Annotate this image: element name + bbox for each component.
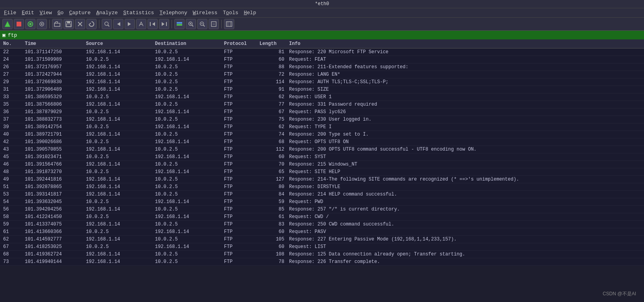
cell-source: 192.168.1.14 xyxy=(84,161,153,168)
table-row[interactable]: 39 101.389142754 10.0.2.5 192.168.1.14 F… xyxy=(0,123,644,131)
table-row[interactable]: 49 101.392441816 192.168.1.14 10.0.2.5 F… xyxy=(0,176,644,183)
cell-protocol: FTP xyxy=(222,86,258,93)
prev-packet-button[interactable] xyxy=(147,19,158,29)
table-row[interactable]: 51 101.392878865 192.168.1.14 10.0.2.5 F… xyxy=(0,183,644,191)
capture-options-button[interactable] xyxy=(37,19,47,29)
find-button[interactable] xyxy=(102,19,112,29)
table-row[interactable]: 35 101.387566806 192.168.1.14 10.0.2.5 F… xyxy=(0,101,644,108)
cell-no: 33 xyxy=(2,94,23,100)
zoom-in-button[interactable] xyxy=(186,19,196,29)
table-row[interactable]: 53 101.393141817 192.168.1.14 10.0.2.5 F… xyxy=(0,191,644,198)
menu-view[interactable]: View xyxy=(37,9,54,17)
table-row[interactable]: 48 101.391873270 10.0.2.5 192.168.1.14 F… xyxy=(0,168,644,176)
table-row[interactable]: 40 101.389721791 192.168.1.14 10.0.2.5 F… xyxy=(0,131,644,138)
cell-source: 192.168.1.14 xyxy=(84,206,153,213)
menu-go[interactable]: Go xyxy=(55,9,66,17)
save-button[interactable] xyxy=(63,19,74,29)
cell-info: Response: AUTH TLS;TLS-C;SSL;TLS-P; xyxy=(287,79,642,85)
table-row[interactable]: 45 101.391023471 10.0.2.5 192.168.1.14 F… xyxy=(0,153,644,161)
table-row[interactable]: 46 101.391564766 192.168.1.14 10.0.2.5 F… xyxy=(0,161,644,168)
cell-length: 108 xyxy=(258,251,287,257)
cell-destination: 10.0.2.5 xyxy=(153,101,222,108)
close-button[interactable] xyxy=(75,19,85,29)
table-row[interactable]: 37 101.388832773 192.168.1.14 10.0.2.5 F… xyxy=(0,116,644,123)
table-row[interactable]: 29 101.372669830 192.168.1.14 10.0.2.5 F… xyxy=(0,78,644,86)
table-row[interactable]: 26 101.372176957 192.168.1.14 10.0.2.5 F… xyxy=(0,63,644,71)
cell-no: 51 xyxy=(2,184,23,190)
cell-destination: 10.0.2.5 xyxy=(153,259,222,265)
cell-length: 75 xyxy=(258,116,287,123)
cell-length: 83 xyxy=(258,221,287,227)
go-forward-button[interactable] xyxy=(125,19,135,29)
col-header-destination: Destination xyxy=(153,40,222,47)
cell-destination: 192.168.1.14 xyxy=(153,199,222,205)
open-button[interactable] xyxy=(52,19,62,29)
cell-protocol: FTP xyxy=(222,146,258,153)
table-row[interactable]: 62 101.414592777 192.168.1.14 10.0.2.5 F… xyxy=(0,236,644,243)
cell-info: Response: 220 Microsoft FTP Service xyxy=(287,49,642,55)
svg-marker-0 xyxy=(5,21,10,27)
table-row[interactable]: 31 101.372906489 192.168.1.14 10.0.2.5 F… xyxy=(0,86,644,93)
menu-telephony[interactable]: Telephony xyxy=(157,9,190,17)
table-row[interactable]: 61 101.413660366 10.0.2.5 192.168.1.14 F… xyxy=(0,228,644,236)
go-back-button[interactable] xyxy=(113,19,123,29)
table-row[interactable]: 58 101.412241450 10.0.2.5 192.168.1.14 F… xyxy=(0,213,644,221)
cell-protocol: FTP xyxy=(222,214,258,220)
menu-statistics[interactable]: Statistics xyxy=(121,9,157,17)
col-header-no: No. xyxy=(2,40,23,47)
reload-button[interactable] xyxy=(86,19,97,29)
table-row[interactable]: 27 101.372427944 192.168.1.14 10.0.2.5 F… xyxy=(0,71,644,78)
cell-no: 45 xyxy=(2,154,23,160)
table-row[interactable]: 36 101.387879029 10.0.2.5 192.168.1.14 F… xyxy=(0,108,644,116)
new-capture-button[interactable] xyxy=(2,19,13,29)
cell-protocol: FTP xyxy=(222,109,258,115)
table-row[interactable]: 22 101.371147250 192.168.1.14 10.0.2.5 F… xyxy=(0,48,644,56)
cell-source: 10.0.2.5 xyxy=(84,154,153,160)
cell-no: 42 xyxy=(2,139,23,145)
filter-input[interactable]: ftp xyxy=(8,32,642,38)
cell-no: 61 xyxy=(2,229,23,235)
columns-button[interactable] xyxy=(224,19,234,29)
cell-destination: 10.0.2.5 xyxy=(153,176,222,183)
go-to-packet-button[interactable] xyxy=(136,19,146,29)
zoom-reset-button[interactable] xyxy=(209,19,219,29)
menu-capture[interactable]: Capture xyxy=(67,9,93,17)
table-row[interactable]: 54 101.393632045 10.0.2.5 192.168.1.14 F… xyxy=(0,198,644,206)
col-header-protocol: Protocol xyxy=(222,40,258,47)
cell-length: 105 xyxy=(258,236,287,242)
cell-info: Request: PASV xyxy=(287,229,642,235)
menu-tools[interactable]: Tools xyxy=(220,9,241,17)
menu-analyze[interactable]: Analyze xyxy=(94,9,120,17)
cell-time: 101.390026686 xyxy=(23,139,84,145)
menu-help[interactable]: Help xyxy=(241,9,258,17)
colorize-button[interactable] xyxy=(174,19,185,29)
cell-destination: 10.0.2.5 xyxy=(153,184,222,190)
cell-time: 101.372427944 xyxy=(23,71,84,78)
cell-length: 59 xyxy=(258,199,287,205)
zoom-out-button[interactable] xyxy=(197,19,207,29)
svg-line-14 xyxy=(108,25,110,27)
cell-protocol: FTP xyxy=(222,169,258,175)
table-row[interactable]: 56 101.394204256 192.168.1.14 10.0.2.5 F… xyxy=(0,206,644,213)
cell-length: 65 xyxy=(258,169,287,175)
cell-length: 74 xyxy=(258,131,287,138)
cell-info: Response: 257 "/" is current directory. xyxy=(287,206,642,213)
cell-source: 10.0.2.5 xyxy=(84,229,153,235)
table-row[interactable]: 73 101.419940144 192.168.1.14 10.0.2.5 F… xyxy=(0,258,644,266)
cell-info: Response: 200 OPTS UTF8 command successf… xyxy=(287,146,642,153)
table-row[interactable]: 42 101.390026686 10.0.2.5 192.168.1.14 F… xyxy=(0,138,644,146)
table-row[interactable]: 33 101.386595329 10.0.2.5 192.168.1.14 F… xyxy=(0,93,644,101)
stop-capture-button[interactable] xyxy=(14,19,24,29)
table-row[interactable]: 59 101.413374075 192.168.1.14 10.0.2.5 F… xyxy=(0,221,644,228)
table-row[interactable]: 43 101.390570855 192.168.1.14 10.0.2.5 F… xyxy=(0,146,644,153)
menu-edit[interactable]: Edit xyxy=(19,9,36,17)
filter-icon: ▣ xyxy=(2,32,6,38)
menu-file[interactable]: File xyxy=(2,9,19,17)
table-row[interactable]: 68 101.419362724 192.168.1.14 10.0.2.5 F… xyxy=(0,251,644,258)
table-row[interactable]: 67 101.418253025 10.0.2.5 192.168.1.14 F… xyxy=(0,243,644,251)
restart-capture-button[interactable] xyxy=(25,19,35,29)
next-packet-button[interactable] xyxy=(159,19,169,29)
table-row[interactable]: 24 101.371509989 10.0.2.5 192.168.1.14 F… xyxy=(0,56,644,63)
cell-protocol: FTP xyxy=(222,221,258,227)
menu-wireless[interactable]: Wireless xyxy=(190,9,220,17)
